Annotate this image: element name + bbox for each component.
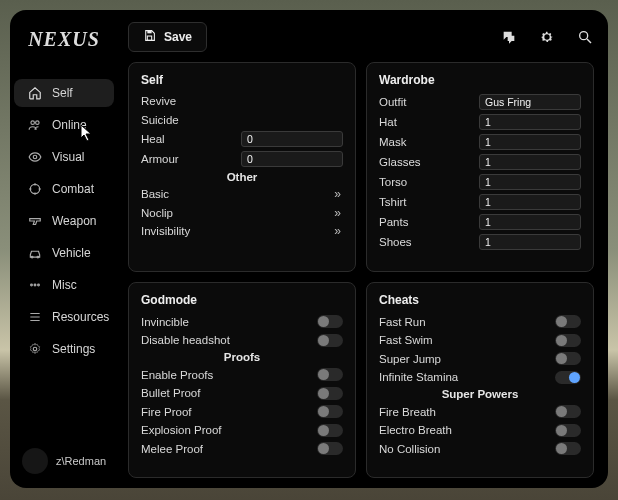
sidebar-item-self[interactable]: Self — [14, 79, 114, 107]
user-footer: z\Redman — [10, 440, 118, 480]
nav: Self Online Visual Combat Weapon Vehicle — [10, 77, 118, 365]
panel-godmode: Godmode Invincible Disable headshot Proo… — [128, 282, 356, 478]
mask-input[interactable] — [479, 134, 581, 150]
sidebar-item-weapon[interactable]: Weapon — [14, 207, 114, 235]
panel-title: Cheats — [377, 289, 583, 312]
svg-point-0 — [31, 121, 35, 125]
row-suicide[interactable]: Suicide — [139, 111, 345, 130]
panel-self: Self Revive Suicide Heal Armour Other Ba… — [128, 62, 356, 272]
dots-icon — [28, 278, 42, 292]
svg-point-8 — [38, 284, 40, 286]
outfit-input[interactable] — [479, 94, 581, 110]
sidebar-label: Combat — [52, 182, 94, 196]
toggle-super-jump[interactable] — [555, 352, 581, 365]
avatar — [22, 448, 48, 474]
row-explosion-proof: Explosion Proof — [139, 421, 345, 440]
row-disable-headshot: Disable headshot — [139, 331, 345, 350]
row-fast-run: Fast Run — [377, 312, 583, 331]
gear-icon — [28, 342, 42, 356]
hat-input[interactable] — [479, 114, 581, 130]
sidebar-item-combat[interactable]: Combat — [14, 175, 114, 203]
chat-icon[interactable] — [500, 28, 518, 46]
svg-point-9 — [33, 347, 37, 351]
heal-input[interactable] — [241, 131, 343, 147]
save-icon — [143, 29, 156, 45]
sidebar-label: Visual — [52, 150, 84, 164]
sidebar-item-settings[interactable]: Settings — [14, 335, 114, 363]
toggle-bullet-proof[interactable] — [317, 387, 343, 400]
sidebar-item-visual[interactable]: Visual — [14, 143, 114, 171]
panel-wardrobe: Wardrobe Outfit Hat Mask Glasses Torso T… — [366, 62, 594, 272]
row-noclip[interactable]: Noclip» — [139, 204, 345, 223]
toggle-fire-proof[interactable] — [317, 405, 343, 418]
pants-input[interactable] — [479, 214, 581, 230]
row-glasses: Glasses — [377, 152, 583, 172]
app-window: NEXUS Self Online Visual Combat Weapon — [10, 10, 608, 488]
row-infinite-stamina: Infinite Stamina — [377, 368, 583, 387]
svg-point-2 — [33, 155, 37, 159]
sidebar-label: Misc — [52, 278, 77, 292]
chevron-right-icon: » — [334, 224, 343, 238]
panel-title: Self — [139, 69, 345, 92]
subhead-super-powers: Super Powers — [377, 386, 583, 402]
glasses-input[interactable] — [479, 154, 581, 170]
svg-point-1 — [36, 121, 40, 125]
users-icon — [28, 118, 42, 132]
row-no-collision: No Collision — [377, 439, 583, 458]
eye-icon — [28, 150, 42, 164]
app-logo: NEXUS — [10, 24, 118, 55]
sidebar-label: Vehicle — [52, 246, 91, 260]
crosshair-icon — [28, 182, 42, 196]
sidebar-label: Resources — [52, 310, 109, 324]
torso-input[interactable] — [479, 174, 581, 190]
sidebar-label: Weapon — [52, 214, 96, 228]
row-invisibility[interactable]: Invisibility» — [139, 222, 345, 241]
chevron-right-icon: » — [334, 187, 343, 201]
username: z\Redman — [56, 455, 106, 467]
toggle-explosion-proof[interactable] — [317, 424, 343, 437]
home-icon — [28, 86, 42, 100]
row-revive[interactable]: Revive — [139, 92, 345, 111]
row-melee-proof: Melee Proof — [139, 439, 345, 458]
row-shoes: Shoes — [377, 232, 583, 252]
save-button[interactable]: Save — [128, 22, 207, 52]
subhead-proofs: Proofs — [139, 349, 345, 365]
toggle-disable-headshot[interactable] — [317, 334, 343, 347]
toggle-fast-run[interactable] — [555, 315, 581, 328]
settings-gear-icon[interactable] — [538, 28, 556, 46]
list-icon — [28, 310, 42, 324]
row-armour: Armour — [139, 149, 345, 169]
save-label: Save — [164, 30, 192, 44]
panel-title: Godmode — [139, 289, 345, 312]
sidebar-item-online[interactable]: Online — [14, 111, 114, 139]
row-enable-proofs: Enable Proofs — [139, 365, 345, 384]
sidebar-item-vehicle[interactable]: Vehicle — [14, 239, 114, 267]
sidebar-item-resources[interactable]: Resources — [14, 303, 114, 331]
row-fast-swim: Fast Swim — [377, 331, 583, 350]
toggle-fire-breath[interactable] — [555, 405, 581, 418]
search-icon[interactable] — [576, 28, 594, 46]
sidebar-item-misc[interactable]: Misc — [14, 271, 114, 299]
row-super-jump: Super Jump — [377, 349, 583, 368]
row-fire-breath: Fire Breath — [377, 402, 583, 421]
row-basic[interactable]: Basic» — [139, 185, 345, 204]
panel-cheats: Cheats Fast Run Fast Swim Super Jump Inf… — [366, 282, 594, 478]
shoes-input[interactable] — [479, 234, 581, 250]
row-fire-proof: Fire Proof — [139, 402, 345, 421]
row-tshirt: Tshirt — [377, 192, 583, 212]
sidebar-label: Settings — [52, 342, 95, 356]
toggle-infinite-stamina[interactable] — [555, 371, 581, 384]
toggle-electro-breath[interactable] — [555, 424, 581, 437]
weapon-icon — [28, 214, 42, 228]
chevron-right-icon: » — [334, 206, 343, 220]
toggle-no-collision[interactable] — [555, 442, 581, 455]
toggle-fast-swim[interactable] — [555, 334, 581, 347]
panel-title: Wardrobe — [377, 69, 583, 92]
toggle-enable-proofs[interactable] — [317, 368, 343, 381]
topbar: Save — [128, 22, 594, 62]
toggle-invincible[interactable] — [317, 315, 343, 328]
row-mask: Mask — [377, 132, 583, 152]
armour-input[interactable] — [241, 151, 343, 167]
toggle-melee-proof[interactable] — [317, 442, 343, 455]
tshirt-input[interactable] — [479, 194, 581, 210]
